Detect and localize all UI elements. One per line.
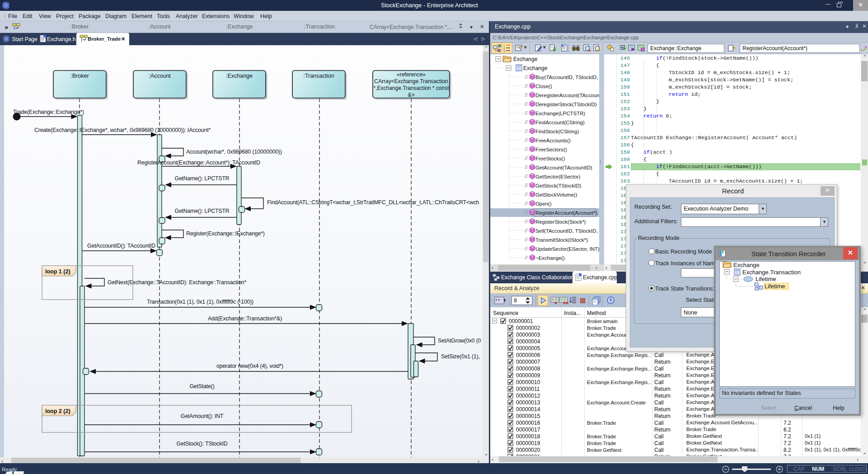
svg-text:RegisterAccount(Account*): RegisterAccount(Account*) xyxy=(535,210,597,216)
svg-text:Buy(TAccountID, TStockID, UI: Buy(TAccountID, TStockID, UI xyxy=(535,75,599,80)
svg-text:loop 1 (2): loop 1 (2) xyxy=(45,268,70,275)
svg-text:GetStockVolume(): GetStockVolume() xyxy=(535,192,577,197)
svg-text:SetSize(0x1 (1),: SetSize(0x1 (1), xyxy=(441,353,480,360)
svg-text:FindAccount(CString): FindAccount(CString) xyxy=(535,120,585,125)
svg-text::Account: :Account xyxy=(149,73,171,79)
svg-text:Create(Exchange::IExchange*, w: Create(Exchange::IExchange*, wchar*, 0x9… xyxy=(34,127,211,133)
svg-text:operator new(0x4 (4), void*): operator new(0x4 (4), void*) xyxy=(216,363,283,369)
svg-text:«reference»: «reference» xyxy=(397,71,426,78)
svg-text:Lifetime: Lifetime xyxy=(755,276,776,282)
svg-text:TransmitStock(IStock*): TransmitStock(IStock*) xyxy=(535,237,588,243)
svg-text:GetStock(TStockID): GetStock(TStockID) xyxy=(535,183,581,188)
svg-text:loop 2 (2): loop 2 (2) xyxy=(45,408,70,414)
svg-text:GetName(): LPCTSTR: GetName(): LPCTSTR xyxy=(174,175,229,182)
svg-text:Lifetime: Lifetime xyxy=(765,283,785,290)
svg-text:&>: &> xyxy=(408,92,414,98)
svg-text:SetAtGrow(0x0 (0: SetAtGrow(0x0 (0 xyxy=(438,338,481,344)
svg-text:CArray<Exchange.Transaction: CArray<Exchange.Transaction xyxy=(374,78,448,84)
svg-text:~Exchange(): ~Exchange() xyxy=(535,255,565,261)
svg-text:Exchange: Exchange xyxy=(733,262,760,268)
svg-text:FreeSectors(): FreeSectors() xyxy=(535,147,567,152)
svg-text:Transaction(0x1 (1), 0x1 (1),: Transaction(0x1 (1), 0x1 (1), 0xffffff9c… xyxy=(147,299,253,305)
svg-text:DeregisterAccount(TAccountII: DeregisterAccount(TAccountII xyxy=(535,93,599,98)
svg-text:FreeStocks(): FreeStocks() xyxy=(535,156,565,161)
svg-text:Open(): Open() xyxy=(535,201,552,206)
svg-text:GetAccountID(): TAccountID: GetAccountID(): TAccountID xyxy=(87,243,155,249)
svg-text:GetAmount(): INT: GetAmount(): INT xyxy=(181,413,224,419)
svg-text:FindStock(CString): FindStock(CString) xyxy=(535,129,579,134)
svg-text:*,Exchange.Transaction * const: *,Exchange.Transaction * const xyxy=(374,85,450,91)
svg-text:Close(): Close() xyxy=(535,84,552,89)
svg-text:GetStock(): TStockID: GetStock(): TStockID xyxy=(177,441,228,447)
svg-text:GetAccount(TAccountID): GetAccount(TAccountID) xyxy=(535,165,592,170)
svg-text:Exchange.Transaction: Exchange.Transaction xyxy=(742,269,801,276)
svg-text:Add(Exchange::Transaction*&): Add(Exchange::Transaction*&) xyxy=(208,315,282,322)
svg-text:Exchange: Exchange xyxy=(523,65,548,71)
svg-text:GetName(): LPCTSTR: GetName(): LPCTSTR xyxy=(174,208,229,214)
svg-text:Sell(TAccountID, TStockID, UI: Sell(TAccountID, TStockID, UI xyxy=(535,228,599,234)
svg-text:GetNext(Exchange::TAccountID):: GetNext(Exchange::TAccountID): Exchange:… xyxy=(108,279,246,286)
svg-text:FreeAccounts(): FreeAccounts() xyxy=(535,138,571,143)
svg-text::Transaction: :Transaction xyxy=(303,73,334,79)
svg-text:RegisterStock(Stock*): RegisterStock(Stock*) xyxy=(535,219,586,225)
svg-text:Trade(Exchange::Exchange*): Trade(Exchange::Exchange*) xyxy=(13,109,84,115)
svg-text:Exchange: Exchange xyxy=(513,56,538,62)
svg-text:GetSector(ESector): GetSector(ESector) xyxy=(535,174,581,179)
svg-text:Exchange(LPCTSTR): Exchange(LPCTSTR) xyxy=(535,111,585,116)
svg-text:DeregisterStock(TStockID): DeregisterStock(TStockID) xyxy=(535,102,597,107)
svg-text:3: 3 xyxy=(503,50,505,52)
svg-text:?: ? xyxy=(609,298,612,303)
svg-text:RegisterAccount(Exchange::Acco: RegisterAccount(Exchange::Account*): TAc… xyxy=(137,160,260,166)
svg-text::Broker: :Broker xyxy=(70,73,89,79)
svg-text:FindAccount(ATL::CStringT<wcha: FindAccount(ATL::CStringT<wchar_t,StrTra… xyxy=(267,199,479,206)
svg-text:Register(Exchange::IExchange*): Register(Exchange::IExchange*) xyxy=(186,230,265,237)
svg-text:GetState(): GetState() xyxy=(189,383,214,390)
svg-text:Account(wchar*, 0x989680 (1000: Account(wchar*, 0x989680 (10000000)) xyxy=(186,149,282,155)
svg-text::Exchange: :Exchange xyxy=(226,73,253,79)
svg-text:UpdateSector(ESector, INT): UpdateSector(ESector, INT) xyxy=(535,246,599,252)
